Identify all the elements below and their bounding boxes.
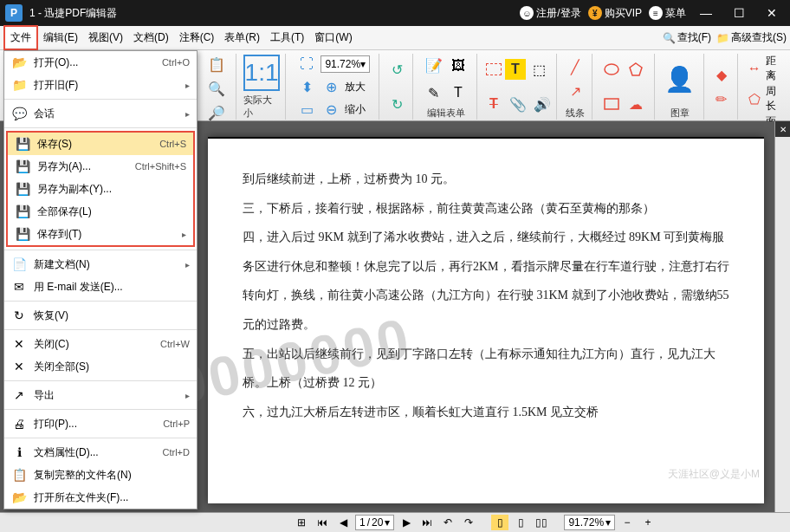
tool-a-icon[interactable]: ⬚ — [529, 59, 550, 80]
find-button[interactable]: 🔍查找(F) — [663, 30, 711, 45]
pencil-icon[interactable]: ✏ — [711, 88, 732, 109]
rotate-cw-icon[interactable]: ↻ — [386, 94, 407, 114]
sb-back[interactable]: ↶ — [439, 515, 457, 530]
fit-page-icon[interactable]: 1:1 — [243, 55, 280, 91]
folder-open-icon: 📂 — [11, 55, 27, 70]
menu-session[interactable]: 💬会话▸ — [4, 102, 197, 125]
sb-prev-page[interactable]: ◀ — [334, 515, 352, 530]
menu-save-to[interactable]: 💾保存到(T)▸ — [8, 223, 193, 245]
tool-find2-icon[interactable]: 🔎 — [206, 102, 227, 123]
print-icon: 🖨 — [11, 416, 27, 431]
menu-file[interactable]: 文件 — [3, 25, 38, 50]
session-icon: 💬 — [11, 106, 27, 121]
tool-find-icon[interactable]: 🔍 — [206, 78, 227, 99]
sb-zoom-in[interactable]: + — [639, 515, 657, 530]
fit-height-icon[interactable]: ⬍ — [296, 76, 317, 97]
menu-open-folder[interactable]: 📂打开所在文件夹(F)... — [4, 486, 197, 509]
actual-size-label: 实际大小 — [243, 94, 280, 120]
select-rect-icon[interactable] — [486, 63, 502, 75]
copy-name-icon: 📋 — [11, 467, 27, 483]
sb-zoom-out[interactable]: − — [618, 515, 636, 530]
zoom-in-icon[interactable]: ⊕ — [321, 76, 341, 97]
polygon-icon[interactable] — [625, 59, 646, 80]
menu-view[interactable]: 视图(V) — [83, 27, 128, 49]
edit2-tool-icon[interactable]: T — [448, 82, 469, 103]
sb-forward[interactable]: ↷ — [460, 515, 477, 530]
sb-single-page-icon[interactable]: ▯ — [491, 515, 508, 530]
corner-watermark: 天涯社区@义是小M — [668, 467, 760, 482]
file-menu-dropdown: 📂打开(O)...Ctrl+O 📁打开旧(F)▸ 💬会话▸ 💾保存(S)Ctrl… — [3, 50, 198, 509]
line-label: 线条 — [566, 107, 585, 120]
sb-first-page[interactable]: ⏮ — [314, 515, 331, 530]
menu-new-doc[interactable]: 📄新建文档(N)▸ — [4, 253, 197, 276]
buy-vip-link[interactable]: ¥购买VIP — [588, 6, 642, 21]
edit-tool-icon[interactable]: ✎ — [424, 82, 444, 103]
fit-both-icon[interactable]: ▭ — [296, 99, 317, 120]
sb-last-page[interactable]: ⏭ — [418, 515, 436, 530]
image-tool-icon[interactable]: 🖼 — [448, 55, 469, 76]
pdf-page[interactable]: 到后继续前进，上桥，过桥费为 10 元。 三，下桥后，接着行驶，根据路标，前往黄… — [208, 137, 764, 503]
menu-document[interactable]: 文档(D) — [128, 27, 174, 49]
edit-form-label: 编辑表单 — [427, 107, 465, 120]
eraser-icon[interactable]: ◆ — [711, 64, 732, 85]
menu-save-copy[interactable]: 💾另存为副本(Y)... — [8, 178, 193, 200]
fit-width-icon[interactable]: ⛶ — [296, 54, 317, 75]
menu-restore[interactable]: ↻恢复(V) — [4, 304, 197, 327]
open-folder-icon: 📂 — [11, 490, 27, 505]
zoom-combo[interactable]: 91.72% ▾ — [321, 55, 370, 73]
menu-open-old[interactable]: 📁打开旧(F)▸ — [4, 74, 197, 96]
line-icon[interactable]: ╱ — [565, 57, 586, 78]
menu-export[interactable]: ↗导出▸ — [4, 384, 197, 406]
arrow-icon[interactable]: ↗ — [565, 81, 586, 102]
perimeter-icon[interactable]: ⬠ — [745, 88, 764, 109]
strike-icon[interactable]: T — [483, 94, 504, 114]
stamp-icon[interactable]: 👤 — [662, 62, 698, 98]
menu-copy-name[interactable]: 📋复制完整的文件名(N) — [4, 464, 197, 486]
rotate-ccw-icon[interactable]: ↺ — [386, 59, 407, 80]
page-number-box[interactable]: 1/20 ▾ — [355, 515, 394, 530]
distance-icon[interactable]: ↔ — [745, 58, 764, 79]
menu-props[interactable]: ℹ文档属性(D)...Ctrl+D — [4, 441, 197, 464]
zoom-out-icon[interactable]: ⊖ — [321, 99, 341, 120]
menu-email[interactable]: ✉用 E-mail 发送(E)... — [4, 276, 197, 298]
menu-window[interactable]: 窗口(W) — [309, 27, 357, 49]
panel-close-icon[interactable]: ✕ — [775, 121, 790, 137]
attach-icon[interactable]: 📎 — [508, 94, 528, 114]
save-group-highlight: 💾保存(S)Ctrl+S 💾另存为(A)...Ctrl+Shift+S 💾另存为… — [6, 131, 195, 247]
advanced-find-button[interactable]: 📁高级查找(S) — [716, 30, 787, 45]
cloud-icon[interactable]: ☁ — [625, 94, 646, 114]
sb-continuous-icon[interactable]: ▯ — [512, 515, 529, 530]
sb-next-page[interactable]: ▶ — [398, 515, 415, 530]
menu-edit[interactable]: 编辑(E) — [38, 27, 83, 49]
menu-print[interactable]: 🖨打印(P)...Ctrl+P — [4, 412, 197, 435]
svg-marker-1 — [630, 63, 642, 75]
export-icon: ↗ — [11, 387, 27, 403]
menu-open[interactable]: 📂打开(O)...Ctrl+O — [4, 51, 197, 74]
sb-facing-icon[interactable]: ▯▯ — [533, 515, 550, 530]
register-login-link[interactable]: ☺注册/登录 — [520, 6, 580, 21]
sound-icon[interactable]: 🔊 — [532, 94, 553, 114]
menu-save[interactable]: 💾保存(S)Ctrl+S — [8, 133, 193, 155]
zoom-status-box[interactable]: 91.72% ▾ — [564, 515, 615, 530]
menu-close-all[interactable]: ✕关闭全部(S) — [4, 355, 197, 378]
maximize-button[interactable]: ☐ — [726, 0, 752, 26]
new-doc-icon: 📄 — [11, 256, 27, 272]
panel-toggle-icon[interactable]: ⊞ — [293, 515, 310, 530]
tool-clipboard-icon[interactable]: 📋 — [206, 54, 227, 75]
highlight-icon[interactable]: T — [505, 59, 526, 80]
ellipse-icon[interactable] — [601, 59, 622, 80]
menu-form[interactable]: 表单(R) — [219, 27, 265, 49]
menu-comment[interactable]: 注释(C) — [174, 27, 220, 49]
close-button[interactable]: ✕ — [759, 0, 785, 26]
minimize-button[interactable]: — — [693, 0, 719, 26]
menu-tool[interactable]: 工具(T) — [265, 27, 309, 49]
menu-close[interactable]: ✕关闭(C)Ctrl+W — [4, 333, 197, 355]
perimeter-label: 周长 — [766, 84, 785, 114]
main-menu-link[interactable]: ≡菜单 — [649, 6, 686, 21]
menu-save-all[interactable]: 💾全部保存(L) — [8, 200, 193, 223]
distance-label: 距离 — [766, 54, 785, 83]
rect-icon[interactable] — [601, 94, 622, 114]
text-tool-icon[interactable]: 📝 — [424, 55, 444, 76]
menubar: 文件 编辑(E) 视图(V) 文档(D) 注释(C) 表单(R) 工具(T) 窗… — [0, 26, 790, 50]
menu-save-as[interactable]: 💾另存为(A)...Ctrl+Shift+S — [8, 155, 193, 178]
